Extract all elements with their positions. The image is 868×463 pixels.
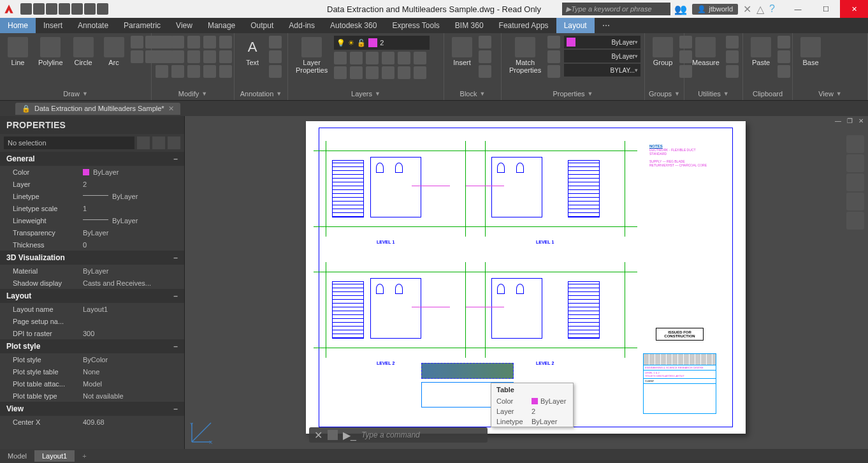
- stretch-icon[interactable]: [156, 65, 168, 78]
- pan-icon[interactable]: [846, 154, 864, 172]
- menu-tab-bim-360[interactable]: BIM 360: [447, 18, 491, 33]
- table-icon[interactable]: [269, 65, 282, 78]
- property-row[interactable]: DPI to raster300: [0, 327, 184, 339]
- tool-icon[interactable]: [219, 36, 232, 48]
- menu-tab-manage[interactable]: Manage: [200, 18, 243, 33]
- property-row[interactable]: Shadow displayCasts and Receives...: [0, 277, 184, 289]
- arc-button[interactable]: Arc: [100, 36, 128, 68]
- tool-icon[interactable]: [203, 36, 216, 48]
- property-row[interactable]: Linetype scale1: [0, 202, 184, 214]
- qat-saveas-icon[interactable]: [59, 3, 70, 15]
- layer-tool-icon[interactable]: [366, 52, 379, 64]
- prop-tool-icon[interactable]: [547, 65, 560, 78]
- property-row[interactable]: ColorByLayer: [0, 166, 184, 178]
- user-account-button[interactable]: 👤 jtbworld: [692, 4, 738, 15]
- command-line[interactable]: ✕ ▶_ Type a command: [309, 427, 488, 443]
- util-tool-icon[interactable]: [726, 65, 739, 78]
- help-search-input[interactable]: ▶ Type a keyword or phrase: [562, 3, 670, 15]
- select-objects-icon[interactable]: [152, 136, 165, 149]
- layer-tool-icon[interactable]: [414, 66, 426, 79]
- qat-undo-icon[interactable]: [84, 3, 96, 15]
- measure-button[interactable]: Measure: [688, 36, 723, 68]
- prop-tool-icon[interactable]: [547, 50, 560, 63]
- property-row[interactable]: Thickness0: [0, 239, 184, 251]
- layer-tool-icon[interactable]: [398, 52, 410, 64]
- property-row[interactable]: Plot table attac...Model: [0, 378, 184, 390]
- mirror-icon[interactable]: [171, 50, 184, 63]
- property-row[interactable]: Center X409.68: [0, 416, 184, 428]
- polyline-button[interactable]: Polyline: [34, 36, 67, 68]
- menu-tab-express-tools[interactable]: Express Tools: [384, 18, 447, 33]
- doc-minimize-icon[interactable]: —: [834, 117, 843, 126]
- qat-plot-icon[interactable]: [71, 3, 83, 15]
- selected-table[interactable]: [421, 363, 514, 379]
- showmotion-icon[interactable]: [846, 212, 864, 230]
- tool-icon[interactable]: [203, 50, 216, 63]
- copy-icon[interactable]: [778, 50, 790, 63]
- linetype-dropdown[interactable]: ByLayer ▾: [564, 50, 640, 62]
- util-tool-icon[interactable]: [726, 36, 739, 48]
- qat-redo-icon[interactable]: [97, 3, 108, 15]
- menu-tab-parametric[interactable]: Parametric: [116, 18, 168, 33]
- dim-icon[interactable]: [269, 36, 282, 48]
- tool-icon[interactable]: [219, 65, 232, 78]
- paste-button[interactable]: Paste: [747, 36, 775, 68]
- tool-icon[interactable]: [203, 65, 216, 78]
- menu-tab-annotate[interactable]: Annotate: [70, 18, 116, 33]
- close-button[interactable]: ✕: [840, 0, 868, 18]
- quick-select-icon[interactable]: [168, 136, 180, 149]
- layer-tool-icon[interactable]: [382, 52, 394, 64]
- app-menu-icon[interactable]: [0, 0, 18, 18]
- clip-tool-icon[interactable]: [778, 65, 790, 78]
- trim-icon[interactable]: [187, 36, 200, 48]
- draw-tool-icon[interactable]: [131, 36, 143, 48]
- signin-icon[interactable]: 👥: [674, 3, 687, 15]
- orbit-icon[interactable]: [846, 193, 864, 210]
- scale-icon[interactable]: [171, 65, 184, 78]
- menu-tab-autodesk-360[interactable]: Autodesk 360: [322, 18, 384, 33]
- exchange-icon[interactable]: ✕: [743, 3, 751, 15]
- zoom-icon[interactable]: [846, 173, 864, 191]
- layer-dropdown[interactable]: 💡 ☀ 🔓 2: [334, 36, 430, 50]
- ribbon-overflow-icon[interactable]: ⋯: [595, 18, 618, 33]
- menu-tab-output[interactable]: Output: [243, 18, 281, 33]
- autodesk360-icon[interactable]: △: [756, 3, 764, 15]
- maximize-button[interactable]: ☐: [812, 0, 840, 18]
- group-button[interactable]: Group: [649, 36, 677, 68]
- property-row[interactable]: Layer2: [0, 178, 184, 190]
- layer-tool-icon[interactable]: [334, 52, 347, 64]
- menu-tab-home[interactable]: Home: [0, 18, 36, 33]
- add-layout-button[interactable]: +: [75, 450, 90, 462]
- qat-open-icon[interactable]: [33, 3, 45, 15]
- cut-icon[interactable]: [778, 36, 790, 48]
- property-row[interactable]: Layout nameLayout1: [0, 303, 184, 315]
- lineweight-dropdown[interactable]: BYLAY... ▾: [564, 64, 640, 77]
- property-row[interactable]: TransparencyByLayer: [0, 226, 184, 239]
- circle-button[interactable]: Circle: [69, 36, 98, 68]
- minimize-button[interactable]: —: [784, 0, 812, 18]
- property-row[interactable]: LineweightByLayer: [0, 214, 184, 226]
- category-header[interactable]: Plot style–: [0, 339, 184, 353]
- layer-tool-icon[interactable]: [382, 66, 394, 79]
- menu-tab-featured-apps[interactable]: Featured Apps: [491, 18, 556, 33]
- layer-tool-icon[interactable]: [350, 52, 363, 64]
- doc-restore-icon[interactable]: ❐: [845, 117, 854, 126]
- category-header[interactable]: 3D Visualization–: [0, 251, 184, 265]
- layer-tool-icon[interactable]: [398, 66, 410, 79]
- menu-tab-insert[interactable]: Insert: [36, 18, 70, 33]
- layout-tab-model[interactable]: Model: [0, 450, 34, 462]
- property-row[interactable]: Plot table typeNot available: [0, 390, 184, 402]
- property-row[interactable]: LinetypeByLayer: [0, 190, 184, 202]
- menu-tab-layout[interactable]: Layout: [556, 18, 595, 33]
- layout-tab-layout1[interactable]: Layout1: [34, 450, 75, 462]
- copy-icon[interactable]: [156, 50, 168, 63]
- leader-icon[interactable]: [269, 50, 282, 63]
- qat-new-icon[interactable]: [20, 3, 32, 15]
- tool-icon[interactable]: [219, 50, 232, 63]
- menu-tab-view[interactable]: View: [168, 18, 200, 33]
- draw-tool-icon[interactable]: [131, 50, 143, 63]
- category-header[interactable]: General–: [0, 152, 184, 166]
- qat-save-icon[interactable]: [46, 3, 57, 15]
- layer-tool-icon[interactable]: [350, 66, 363, 79]
- layer-tool-icon[interactable]: [334, 66, 347, 79]
